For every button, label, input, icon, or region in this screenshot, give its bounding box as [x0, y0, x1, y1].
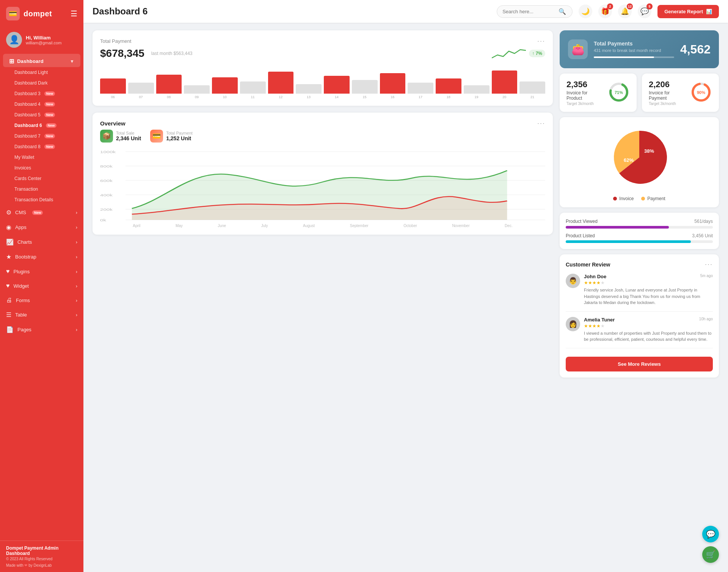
- bar-label-item: 14: [324, 95, 350, 99]
- chevron-right-icon: ›: [76, 210, 77, 215]
- progress-bar: [594, 56, 674, 58]
- product-listed-label: Product Listed: [566, 233, 595, 238]
- sidebar-nav: ⊞ Dashboard ▼ Dashboard Light Dashboard …: [0, 54, 83, 541]
- review-more-btn[interactable]: ···: [705, 260, 713, 268]
- product-viewed-value: 561/days: [694, 219, 713, 224]
- bar-item: [408, 83, 433, 94]
- product-listed-stat: Product Listed 3,456 Unit: [566, 233, 713, 243]
- chevron-right-icon: ›: [76, 312, 77, 318]
- footer-made: Made with ❤ by DexignLab: [6, 563, 77, 567]
- generate-report-button[interactable]: Generate Report 📊: [657, 5, 719, 18]
- user-email: william@gmail.com: [26, 41, 61, 45]
- footer-title: Dompet Payment Admin Dashboard: [6, 545, 77, 556]
- more-options-btn[interactable]: ···: [537, 37, 545, 45]
- bar-label-item: 07: [128, 95, 154, 99]
- sidebar-item-dashboard-5[interactable]: Dashboard 5 New: [0, 110, 83, 120]
- sidebar-item-pages[interactable]: 📄 Pages ›: [0, 322, 83, 337]
- gift-notification-btn[interactable]: 🎁 2: [598, 5, 612, 18]
- sidebar-item-dashboard-light[interactable]: Dashboard Light: [0, 67, 83, 78]
- sidebar-item-table[interactable]: ☰ Table ›: [0, 307, 83, 322]
- svg-text:0k: 0k: [100, 218, 107, 222]
- floating-cart-btn[interactable]: 🛒: [702, 546, 719, 563]
- sidebar-item-transaction-details[interactable]: Transaction Details: [0, 194, 83, 205]
- sidebar-item-charts[interactable]: 📈 Charts ›: [0, 235, 83, 249]
- sidebar-item-dashboard-6[interactable]: Dashboard 6 New: [0, 120, 83, 131]
- area-chart: 1000k 800k 600k 400k 200k 0k: [100, 148, 545, 224]
- chevron-down-icon: ▼: [70, 59, 74, 64]
- overview-title: Overview: [100, 120, 126, 127]
- pie-chart: 62% 38%: [601, 123, 677, 191]
- bar-label-item: 06: [100, 95, 126, 99]
- bar-item: [380, 73, 406, 94]
- logo-icon: 💳: [6, 7, 20, 20]
- hamburger-icon[interactable]: ☰: [71, 9, 77, 18]
- pages-icon: 📄: [6, 326, 14, 333]
- svg-text:90%: 90%: [697, 90, 705, 95]
- review-time-amelia: 10h ago: [699, 317, 713, 321]
- payment-dot: [641, 197, 645, 201]
- theme-toggle-btn[interactable]: 🌙: [579, 5, 592, 18]
- sidebar-item-dashboard-8[interactable]: Dashboard 8 New: [0, 141, 83, 152]
- sparkline-chart: [492, 47, 526, 60]
- search-bar[interactable]: 🔍: [497, 5, 573, 18]
- product-listed-bar: [566, 240, 691, 243]
- floating-chat-btn[interactable]: 💬: [702, 526, 719, 542]
- sidebar-item-cms[interactable]: ⚙ CMS New ›: [0, 205, 83, 220]
- review-avatar-amelia: 👩: [566, 317, 580, 331]
- sidebar-item-my-wallet[interactable]: My Wallet: [0, 152, 83, 163]
- progress-fill: [594, 56, 654, 58]
- heart-icon: ♥: [6, 268, 10, 275]
- sidebar-item-bootstrap[interactable]: ★ Bootstrap ›: [0, 249, 83, 264]
- invoice-dot: [613, 197, 617, 201]
- sidebar-item-forms[interactable]: 🖨 Forms ›: [0, 293, 83, 307]
- total-sale-value: 2,346 Unit: [116, 135, 141, 141]
- review-item-amelia: 👩 Amelia Tuner 10h ago ★★★★★ I viewed a …: [566, 317, 713, 348]
- x-axis-labels: April May June July August September Oct…: [100, 224, 545, 228]
- bar-label-item: 09: [184, 95, 210, 99]
- sidebar-item-apps[interactable]: ◉ Apps ›: [0, 220, 83, 235]
- blue-card-sub: 431 more to break last month record: [594, 48, 674, 53]
- content-area: Total Payment ··· $678,345 last month $5…: [83, 23, 728, 572]
- sidebar-item-dashboard-dark[interactable]: Dashboard Dark: [0, 78, 83, 88]
- bell-notification-btn[interactable]: 🔔 12: [618, 5, 632, 18]
- bar-item: [184, 85, 210, 94]
- sidebar-item-invoices[interactable]: Invoices: [0, 163, 83, 173]
- sale-icon: 📦: [100, 130, 113, 143]
- see-more-reviews-button[interactable]: See More Reviews: [566, 357, 713, 371]
- gear-icon: ⚙: [6, 209, 11, 216]
- chat-notification-btn[interactable]: 💬 5: [638, 5, 651, 18]
- sidebar-item-dashboard-7[interactable]: Dashboard 7 New: [0, 131, 83, 141]
- svg-text:71%: 71%: [615, 90, 623, 95]
- sidebar-footer: Dompet Payment Admin Dashboard © 2023 Al…: [0, 541, 83, 572]
- overview-more-btn[interactable]: ···: [537, 119, 545, 127]
- table-icon: ☰: [6, 311, 11, 318]
- bar-item: [296, 84, 322, 94]
- sidebar: 💳 dompet ☰ 👤 Hi, William william@gmail.c…: [0, 0, 83, 572]
- bar-label-item: 16: [380, 95, 406, 99]
- svg-text:400k: 400k: [100, 193, 113, 197]
- sidebar-item-transaction[interactable]: Transaction: [0, 184, 83, 194]
- donut-product: 71%: [608, 81, 630, 105]
- review-title: Customer Review: [566, 262, 610, 268]
- sidebar-item-dashboard-4[interactable]: Dashboard 4 New: [0, 99, 83, 110]
- invoice-row: 2,356 Invoice for Product Target 3k/mont…: [560, 74, 719, 112]
- sidebar-item-cards-center[interactable]: Cards Center: [0, 173, 83, 184]
- content-grid: Total Payment ··· $678,345 last month $5…: [93, 30, 719, 378]
- bar-label-item: 13: [296, 95, 322, 99]
- trend-badge: ↑ 7%: [529, 50, 545, 57]
- widget-icon: ♥: [6, 282, 10, 289]
- reviewer-name-john: John Doe: [584, 274, 606, 279]
- sidebar-item-plugins[interactable]: ♥ Plugins ›: [0, 264, 83, 279]
- sidebar-item-dashboard-3[interactable]: Dashboard 3 New: [0, 88, 83, 99]
- apps-icon: ◉: [6, 224, 11, 231]
- reviewer-name-amelia: Amelia Tuner: [584, 317, 615, 323]
- svg-text:1000k: 1000k: [100, 150, 116, 154]
- product-viewed-stat: Product Viewed 561/days: [566, 219, 713, 229]
- search-input[interactable]: [502, 9, 555, 14]
- review-avatar-john: 👨: [566, 274, 580, 288]
- bar-label-item: 21: [519, 95, 545, 99]
- topbar: Dashboard 6 🔍 🌙 🎁 2 🔔 12 💬 5 Generate Re…: [83, 0, 728, 23]
- sidebar-section-dashboard[interactable]: ⊞ Dashboard ▼: [3, 54, 80, 67]
- review-text-amelia: I viewed a number of properties with Jus…: [584, 330, 713, 343]
- sidebar-item-widget[interactable]: ♥ Widget ›: [0, 279, 83, 293]
